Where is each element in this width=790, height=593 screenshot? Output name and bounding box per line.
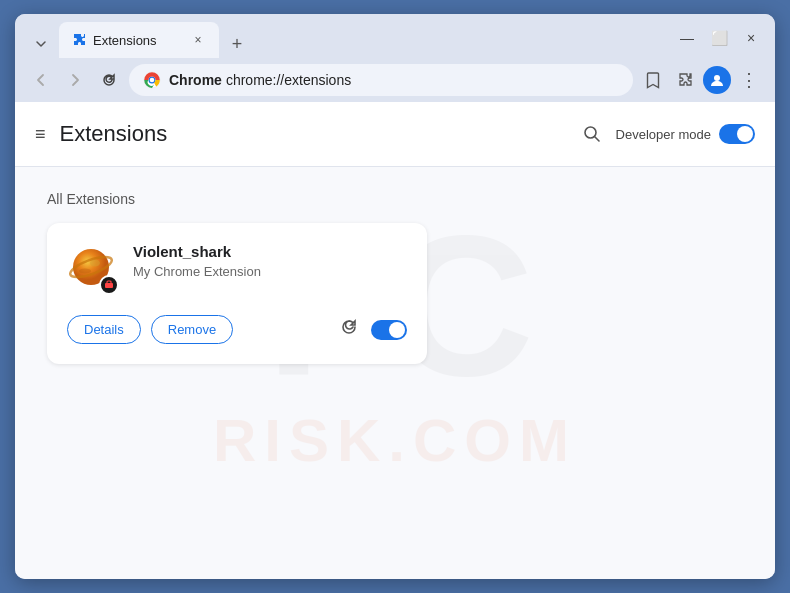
remove-button[interactable]: Remove [151,315,233,344]
page-content: PC RISK.COM ≡ Extensions Developer mode … [15,102,775,579]
close-window-button[interactable]: × [739,28,763,48]
minimize-button[interactable]: — [675,28,699,48]
extension-card: Violent_shark My Chrome Extension Detail… [47,223,427,364]
tab-area: Extensions × + [27,22,671,58]
address-text: Chromechrome://extensions [169,72,619,88]
reload-extension-button[interactable] [339,317,359,342]
svg-rect-10 [107,281,111,284]
extension-card-top: Violent_shark My Chrome Extension [67,243,407,295]
active-tab[interactable]: Extensions × [59,22,219,58]
profile-button[interactable] [703,66,731,94]
browser-toolbar: Chromechrome://extensions ⋮ [15,58,775,102]
tab-close-button[interactable]: × [189,31,207,49]
tab-list-icon[interactable] [27,30,55,58]
back-button[interactable] [27,66,55,94]
all-extensions-label: All Extensions [47,191,743,207]
extension-badge [99,275,119,295]
extension-description: My Chrome Extension [133,264,407,279]
chrome-menu-button[interactable]: ⋮ [735,66,763,94]
extension-actions-right [339,317,407,342]
extensions-button[interactable] [671,66,699,94]
extensions-page-title: Extensions [60,121,576,147]
tab-title: Extensions [93,33,183,48]
maximize-button[interactable]: ⬜ [707,28,731,48]
tab-favicon-icon [71,32,87,48]
extensions-body: All Extensions [15,167,775,388]
svg-point-1 [150,78,155,83]
reload-button[interactable] [95,66,123,94]
extension-card-bottom: Details Remove [67,315,407,344]
toolbar-icons: ⋮ [639,66,763,94]
svg-point-7 [90,260,100,267]
watermark-risk-text: RISK.COM [213,406,577,475]
menu-icon[interactable]: ≡ [35,124,46,145]
search-button[interactable] [576,118,608,150]
svg-line-4 [594,137,599,142]
developer-mode-label: Developer mode [616,127,711,142]
extension-icon-wrapper [67,243,119,295]
developer-mode-toggle[interactable] [719,124,755,144]
new-tab-button[interactable]: + [223,30,251,58]
title-bar: Extensions × + — ⬜ × [15,14,775,58]
chrome-logo-icon [143,71,161,89]
extension-name: Violent_shark [133,243,407,260]
window-controls: — ⬜ × [675,28,763,52]
svg-point-8 [79,269,91,274]
extensions-header: ≡ Extensions Developer mode [15,102,775,167]
svg-point-2 [714,75,720,81]
details-button[interactable]: Details [67,315,141,344]
forward-button[interactable] [61,66,89,94]
browser-window: Extensions × + — ⬜ × [15,14,775,579]
extension-info: Violent_shark My Chrome Extension [133,243,407,279]
extension-enable-toggle[interactable] [371,320,407,340]
bookmark-button[interactable] [639,66,667,94]
address-bar[interactable]: Chromechrome://extensions [129,64,633,96]
